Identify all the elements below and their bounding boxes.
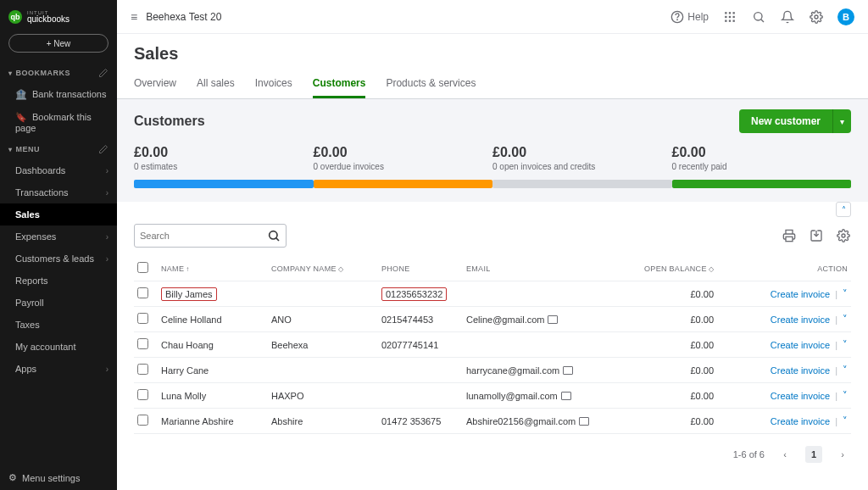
- cell-company: [268, 365, 378, 376]
- create-invoice-link[interactable]: Create invoice: [771, 289, 830, 299]
- cell-email: harrycane@gmail.com: [463, 360, 632, 381]
- table-row[interactable]: Billy James01235653232£0.00Create invoic…: [134, 281, 851, 307]
- row-checkbox[interactable]: [137, 389, 148, 400]
- cell-email: Abshire02156@gmail.com: [463, 411, 632, 432]
- row-action-dropdown[interactable]: ˅: [843, 314, 848, 325]
- tab-products-services[interactable]: Products & services: [386, 70, 476, 98]
- gear-icon[interactable]: [809, 9, 824, 25]
- row-action-dropdown[interactable]: ˅: [843, 365, 848, 376]
- cell-name[interactable]: Billy James: [158, 282, 268, 306]
- row-checkbox[interactable]: [137, 287, 148, 298]
- create-invoice-link[interactable]: Create invoice: [771, 391, 830, 401]
- sidebar-item-my-accountant[interactable]: My accountant: [0, 336, 117, 358]
- cell-name[interactable]: Chau Hoang: [158, 335, 268, 355]
- print-icon[interactable]: [782, 228, 797, 243]
- sidebar-item-reports[interactable]: Reports: [0, 270, 117, 292]
- sidebar-item-taxes[interactable]: Taxes: [0, 314, 117, 336]
- col-name[interactable]: NAME↑: [158, 259, 268, 278]
- table-row[interactable]: Marianne AbshireAbshire01472 353675Abshi…: [134, 409, 851, 434]
- tab-all-sales[interactable]: All sales: [197, 70, 235, 98]
- search-icon[interactable]: [267, 229, 281, 242]
- tab-customers[interactable]: Customers: [313, 70, 366, 98]
- row-action-dropdown[interactable]: ˅: [843, 415, 848, 426]
- sidebar-item-customers-leads[interactable]: Customers & leads›: [0, 248, 117, 270]
- sidebar: qb INTUIT quickbooks + New ▾BOOKMARKS 🏦B…: [0, 0, 117, 490]
- bookmark-this-page[interactable]: 🔖Bookmark this page: [0, 106, 117, 139]
- sidebar-item-dashboards[interactable]: Dashboards›: [0, 159, 117, 181]
- mail-icon: [561, 392, 571, 400]
- col-balance[interactable]: OPEN BALANCE◇: [632, 259, 717, 278]
- cell-name[interactable]: Celine Holland: [158, 309, 268, 330]
- hamburger-icon[interactable]: ≡: [131, 10, 137, 24]
- footer-privacy[interactable]: Privacy: [117, 475, 868, 490]
- chevron-right-icon: ›: [106, 365, 108, 374]
- sidebar-item-expenses[interactable]: Expenses›: [0, 226, 117, 248]
- menu-settings[interactable]: ⚙ Menu settings: [0, 465, 117, 490]
- row-action-dropdown[interactable]: ˅: [843, 339, 848, 350]
- apps-icon[interactable]: [722, 9, 737, 25]
- create-invoice-link[interactable]: Create invoice: [771, 416, 830, 426]
- col-action: ACTION: [717, 259, 851, 278]
- new-button[interactable]: + New: [8, 34, 108, 53]
- svg-rect-5: [725, 15, 726, 17]
- settings-icon[interactable]: [836, 228, 851, 243]
- sidebar-item-payroll[interactable]: Payroll: [0, 292, 117, 314]
- help-link[interactable]: Help: [670, 10, 709, 24]
- collapse-icon[interactable]: ˄: [836, 202, 851, 217]
- new-customer-button[interactable]: New customer: [739, 109, 832, 133]
- create-invoice-link[interactable]: Create invoice: [771, 365, 830, 376]
- table-row[interactable]: Celine HollandANO0215474453Celine@gmail.…: [134, 307, 851, 332]
- select-all-checkbox[interactable]: [137, 262, 148, 273]
- pencil-icon[interactable]: [98, 68, 108, 78]
- pencil-icon[interactable]: [98, 144, 108, 154]
- tab-overview[interactable]: Overview: [134, 70, 176, 98]
- page-next[interactable]: ›: [834, 446, 851, 463]
- stat-label: 0 recently paid: [672, 162, 852, 171]
- svg-rect-2: [725, 12, 726, 14]
- bookmarks-header[interactable]: ▾BOOKMARKS: [0, 63, 117, 83]
- tab-invoices[interactable]: Invoices: [255, 70, 292, 98]
- new-customer-dropdown[interactable]: ▾: [832, 109, 851, 133]
- cell-phone: [378, 365, 463, 376]
- export-icon[interactable]: [809, 228, 824, 243]
- svg-point-12: [815, 15, 818, 19]
- stat-bar-estimates[interactable]: [134, 180, 314, 188]
- table-row[interactable]: Harry Caneharrycane@gmail.com £0.00Creat…: [134, 358, 851, 383]
- cell-name[interactable]: Harry Cane: [158, 360, 268, 381]
- search-input[interactable]: [134, 224, 287, 248]
- stat-label: 0 estimates: [134, 162, 314, 171]
- table-row[interactable]: Chau HoangBeehexa02077745141£0.00Create …: [134, 332, 851, 358]
- row-action-dropdown[interactable]: ˅: [843, 288, 848, 299]
- stat-bar-overdue[interactable]: [314, 180, 493, 188]
- avatar[interactable]: B: [837, 8, 854, 25]
- stat-bar-paid[interactable]: [672, 180, 852, 188]
- row-checkbox[interactable]: [137, 338, 148, 349]
- row-checkbox[interactable]: [137, 364, 148, 375]
- stat-bar-open[interactable]: [492, 180, 672, 188]
- svg-rect-9: [729, 19, 731, 21]
- table-row[interactable]: Luna MollyHAXPOlunamolly@gmail.com £0.00…: [134, 383, 851, 409]
- page-current[interactable]: 1: [805, 446, 822, 463]
- bookmark-bank-transactions[interactable]: 🏦Bank transactions: [0, 83, 117, 106]
- sidebar-item-sales[interactable]: Sales: [0, 203, 117, 226]
- row-checkbox[interactable]: [137, 313, 148, 324]
- col-company[interactable]: COMPANY NAME◇: [268, 259, 378, 278]
- brand-logo: qb INTUIT quickbooks: [0, 0, 117, 31]
- stat-block: £0.000 recently paid: [672, 145, 852, 171]
- row-checkbox[interactable]: [137, 415, 148, 426]
- cell-company: [268, 289, 378, 299]
- bell-icon[interactable]: [780, 9, 795, 25]
- sidebar-item-transactions[interactable]: Transactions›: [0, 181, 117, 203]
- page-prev[interactable]: ‹: [776, 446, 793, 463]
- create-invoice-link[interactable]: Create invoice: [771, 315, 830, 325]
- create-invoice-link[interactable]: Create invoice: [771, 340, 830, 350]
- cell-name[interactable]: Marianne Abshire: [158, 411, 268, 432]
- menu-header[interactable]: ▾MENU: [0, 139, 117, 159]
- stat-amount: £0.00: [672, 145, 852, 160]
- sidebar-item-apps[interactable]: Apps›: [0, 358, 117, 380]
- stat-block: £0.000 overdue invoices: [314, 145, 493, 171]
- page-title: Sales: [117, 34, 868, 70]
- search-icon[interactable]: [751, 9, 766, 25]
- cell-name[interactable]: Luna Molly: [158, 386, 268, 406]
- row-action-dropdown[interactable]: ˅: [843, 390, 848, 401]
